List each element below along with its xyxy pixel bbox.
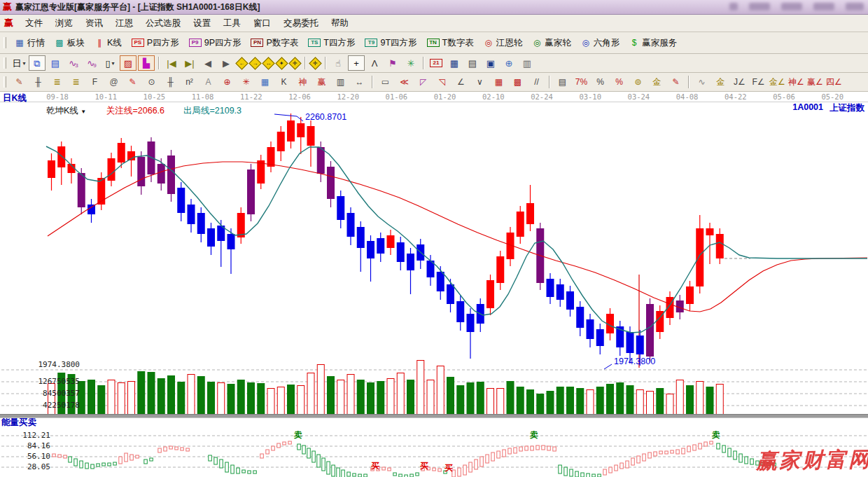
kline-model-dropdown[interactable]: 乾坤K线 ▼ bbox=[46, 105, 86, 117]
calendar-21-button[interactable]: 21 bbox=[428, 55, 444, 71]
web-link-button[interactable]: ⊕ bbox=[500, 55, 517, 71]
t-number-table-button[interactable]: TNT数字表 bbox=[422, 35, 479, 51]
time-cycle-button[interactable]: ⊙ bbox=[143, 74, 160, 90]
golden-line-button[interactable]: 金 bbox=[648, 74, 666, 90]
angle-mirror-button[interactable]: A bbox=[200, 74, 217, 90]
shift-left-button[interactable]: ← bbox=[235, 57, 248, 69]
gann-web-box-button[interactable]: ▦ bbox=[256, 74, 274, 90]
menu-item-formula-picker[interactable]: 公式选股 bbox=[139, 16, 187, 31]
titlebar-blurred-controls[interactable] bbox=[729, 3, 864, 11]
golden-section-h-button[interactable]: ≣ bbox=[48, 74, 66, 90]
winner-wheel-button[interactable]: ◎赢家轮 bbox=[527, 35, 576, 51]
j-angle-button[interactable]: J∠ bbox=[731, 74, 748, 90]
wave-9-button[interactable]: ∿9 bbox=[83, 55, 100, 71]
shift-right-button[interactable]: → bbox=[248, 57, 261, 69]
9p-square-button[interactable]: P99P四方形 bbox=[184, 35, 246, 51]
expand-all-button[interactable]: ✛ bbox=[288, 57, 301, 69]
percent-change-button[interactable]: 7% bbox=[573, 74, 590, 90]
menu-item-gann[interactable]: 江恩 bbox=[109, 16, 139, 31]
rect-tool-button[interactable]: ▭ bbox=[377, 74, 394, 90]
fan-lines-button[interactable]: ≪ bbox=[396, 74, 413, 90]
notes-button[interactable]: ▤ bbox=[464, 55, 481, 71]
menu-item-tools[interactable]: 工具 bbox=[217, 16, 247, 31]
menu-item-browse[interactable]: 浏览 bbox=[49, 16, 79, 31]
spiral-tool-button[interactable]: @ bbox=[105, 74, 122, 90]
candle-style-dropdown-button[interactable]: ▯▾ bbox=[102, 55, 118, 71]
percent-zone-button[interactable]: % bbox=[610, 74, 628, 90]
expand-horizontal-button[interactable]: ↔ bbox=[262, 57, 274, 69]
draw-compass-button[interactable]: ✎ bbox=[10, 74, 28, 90]
box-fan-a-button[interactable]: ◸ bbox=[414, 74, 432, 90]
n-square-button[interactable]: n² bbox=[181, 74, 198, 90]
save-button[interactable]: ▣ bbox=[482, 55, 499, 71]
wave-ruler-button[interactable]: ∿ bbox=[693, 74, 710, 90]
hand-tool-button[interactable]: ☝ bbox=[330, 55, 346, 71]
zone-select-button[interactable]: ⧉ bbox=[29, 55, 46, 71]
gann-ladder-button[interactable]: ╫ bbox=[29, 74, 47, 90]
f-angle-button[interactable]: F∠ bbox=[750, 74, 767, 90]
menu-item-help[interactable]: 帮助 bbox=[325, 16, 355, 31]
fit-screen-button[interactable]: ✛ bbox=[309, 57, 321, 69]
info-panel-button[interactable]: ▤ bbox=[47, 55, 64, 71]
circle-cross-button[interactable]: ⊕ bbox=[218, 74, 236, 90]
blurred-control-icon[interactable] bbox=[781, 3, 802, 11]
golden-circle-button[interactable]: ⊚ bbox=[629, 74, 647, 90]
stats-list-button[interactable]: ▤ bbox=[554, 74, 571, 90]
last-page-button[interactable]: ▶| bbox=[181, 55, 198, 71]
marker-pen-button[interactable]: ✎ bbox=[124, 74, 141, 90]
golden-ruler-button[interactable]: 金 bbox=[712, 74, 729, 90]
ying-angle-button[interactable]: 赢∠ bbox=[806, 74, 824, 90]
chart-canvas[interactable] bbox=[0, 92, 868, 477]
shen-angle-button[interactable]: 神∠ bbox=[788, 74, 805, 90]
parallel-lines-button[interactable]: // bbox=[528, 74, 545, 90]
gann-frame-tool-button[interactable]: ⚑ bbox=[384, 55, 401, 71]
h-span-button[interactable]: ↔ bbox=[351, 74, 368, 90]
p-square-button[interactable]: PSP四方形 bbox=[127, 35, 184, 51]
p-number-table-button[interactable]: PNP数字表 bbox=[246, 35, 303, 51]
trendline-tool-button[interactable]: Λ bbox=[366, 55, 383, 71]
gann-web-button[interactable]: ✳ bbox=[237, 74, 255, 90]
price-ruler-button[interactable]: ▥ bbox=[332, 74, 349, 90]
kline-button[interactable]: ∥K线 bbox=[90, 35, 127, 51]
pattern-tool-button[interactable]: ✳ bbox=[402, 55, 419, 71]
9t-square-button[interactable]: T99T四方形 bbox=[360, 35, 421, 51]
t-square-button[interactable]: TST四方形 bbox=[303, 35, 360, 51]
ying-tool-button[interactable]: 赢 bbox=[313, 74, 330, 90]
ink-brush-button[interactable]: ✎ bbox=[667, 74, 685, 90]
shen-tool-button[interactable]: 神 bbox=[294, 74, 312, 90]
grid-small-button[interactable]: ▦ bbox=[490, 74, 507, 90]
volume-profile-button[interactable]: ▙ bbox=[138, 55, 155, 71]
price-ladder-button[interactable]: ╫ bbox=[162, 74, 179, 90]
hexagon-button[interactable]: ◎六角形 bbox=[576, 35, 625, 51]
menu-item-window[interactable]: 窗口 bbox=[247, 16, 277, 31]
next-page-button[interactable]: ▶ bbox=[218, 55, 234, 71]
menu-item-news[interactable]: 资讯 bbox=[79, 16, 109, 31]
si-angle-button[interactable]: 四∠ bbox=[825, 74, 843, 90]
calculator-button[interactable]: ▦ bbox=[446, 55, 463, 71]
menu-item-trade-entrust[interactable]: 交易委托 bbox=[277, 16, 325, 31]
gold-angle-button[interactable]: 金∠ bbox=[769, 74, 786, 90]
percent-button[interactable]: % bbox=[592, 74, 609, 90]
fibonacci-f-button[interactable]: F bbox=[86, 74, 104, 90]
menu-item-settings[interactable]: 设置 bbox=[187, 16, 217, 31]
k-mark-button[interactable]: K bbox=[275, 74, 293, 90]
crosshair-tool-button[interactable]: + bbox=[348, 55, 365, 71]
blurred-control-icon[interactable] bbox=[729, 3, 738, 11]
wave-3-button[interactable]: ∿3 bbox=[65, 55, 82, 71]
blurred-control-icon[interactable] bbox=[749, 3, 770, 11]
blurred-control-icon[interactable] bbox=[846, 3, 864, 11]
grid-large-button[interactable]: ▩ bbox=[509, 74, 526, 90]
menu-item-file[interactable]: 文件 bbox=[19, 16, 49, 31]
angle-fan-button[interactable]: ∠ bbox=[452, 74, 470, 90]
pane-splitter[interactable] bbox=[0, 414, 868, 418]
box-fan-b-button[interactable]: ◹ bbox=[433, 74, 451, 90]
winner-service-button[interactable]: $赢家服务 bbox=[624, 35, 682, 51]
blurred-control-icon[interactable] bbox=[813, 3, 834, 11]
first-page-button[interactable]: |◀ bbox=[163, 55, 180, 71]
compress-horizontal-button[interactable]: ✦ bbox=[275, 57, 288, 69]
qiankun-kline-button[interactable]: ▨ bbox=[120, 55, 136, 71]
quotes-button[interactable]: ▦行情 bbox=[10, 35, 50, 51]
print-button[interactable]: ▥ bbox=[519, 55, 536, 71]
golden-section-v-button[interactable]: ≣ bbox=[67, 74, 85, 90]
gann-wheel-button[interactable]: ◎江恩轮 bbox=[479, 35, 528, 51]
